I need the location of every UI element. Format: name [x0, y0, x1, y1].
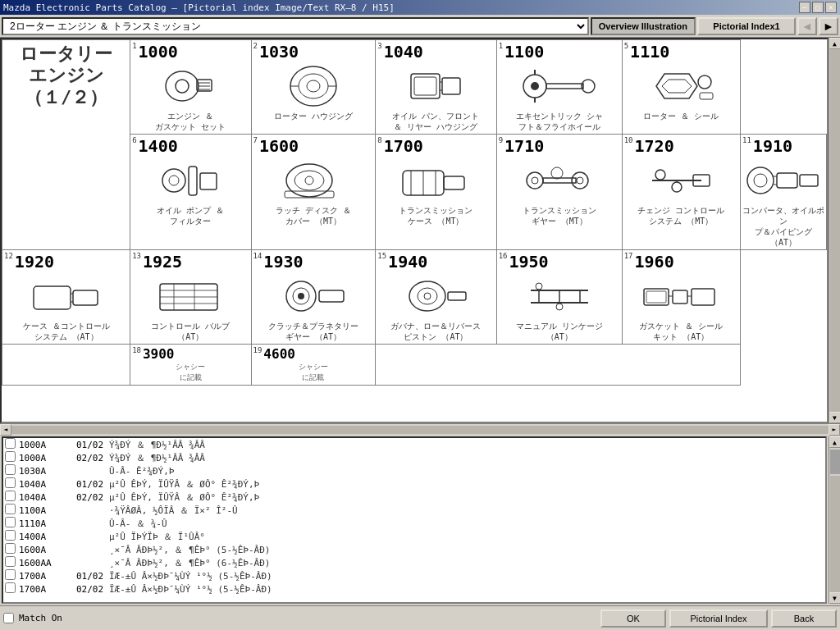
svg-point-30 [286, 164, 332, 197]
dropdown-bar: 2ローター エンジン ＆ トランスミッション [2, 17, 589, 35]
parts-grid: ロータリーエンジン（１/２） 11000 エンジン ＆ガスケット セット 210… [0, 38, 829, 423]
part-cell-1100[interactable]: 11100 エキセントリック シャフト＆フライホイール [496, 40, 622, 135]
list-vscroll-thumb[interactable] [830, 450, 840, 474]
pictorial-index-button[interactable]: Pictorial Index [669, 609, 768, 628]
part-category-select[interactable]: 2ローター エンジン ＆ トランスミッション [2, 17, 589, 35]
maximize-btn[interactable]: □ [812, 2, 824, 13]
list-item-page [75, 530, 107, 543]
svg-point-0 [166, 71, 199, 101]
list-item[interactable]: 1600A ¸×¯Â ÂÐÞ½², ＆ ¶ÊÞ° (5-½ÊÞ-ÂÐ) [3, 543, 825, 556]
part-cell-1920[interactable]: 121920 ケース ＆コントロールシステム （AT） [2, 250, 130, 345]
list-item[interactable]: 1000A 02/02 Ý¾ÐÝ ＆ ¶Ð½¹ÂÂ ¾ÂÂ [3, 451, 825, 464]
list-area[interactable]: 1000A 01/02 Ý¾ÐÝ ＆ ¶Ð½¹ÂÂ ¾ÂÂ 1000A 02/0… [2, 436, 827, 604]
svg-point-80 [556, 304, 563, 310]
nav-back-btn[interactable]: ◄ [797, 17, 817, 35]
part-icon-1100 [499, 62, 620, 111]
svg-rect-73 [448, 292, 466, 300]
toolbar: 2ローター エンジン ＆ トランスミッション Overview Illustra… [0, 15, 840, 38]
list-item-checkbox[interactable] [3, 530, 17, 543]
list-item-checkbox[interactable] [3, 477, 17, 491]
part-label-1720: チェンジ コントロールシステム （MT） [624, 205, 738, 226]
part-cell-3900[interactable]: 183900 シャシーに記載 [130, 345, 251, 386]
minimize-btn[interactable]: – [799, 2, 810, 13]
list-item-checkbox[interactable] [3, 517, 17, 530]
part-cell-1930[interactable]: 141930 クラッチ＆プラネタリーギヤー （AT） [251, 250, 376, 345]
part-cell-1030[interactable]: 21030 ローター ハウジング [251, 40, 376, 135]
svg-point-71 [418, 288, 437, 304]
svg-point-79 [536, 283, 542, 290]
list-item[interactable]: 1600AA ¸×¯Â ÂÐÞ½², ＆ ¶ÊÞ° (6-½ÊÞ-ÂÐ) [3, 556, 825, 569]
overview-illustration-btn[interactable]: Overview Illustration [591, 17, 696, 35]
part-cell-1000[interactable]: 11000 エンジン ＆ガスケット セット [130, 40, 251, 135]
list-item-desc: ¸×¯Â ÂÐÞ½², ＆ ¶ÊÞ° (5-½ÊÞ-ÂÐ) [107, 543, 825, 556]
list-item[interactable]: 1030A Û-Â- Ê²¾ÐÝ,Þ [3, 464, 825, 477]
part-label-1040: オイル パン、フロント＆ リヤー ハウジング [377, 111, 494, 132]
vscroll-up-btn[interactable]: ▲ [829, 38, 841, 49]
list-item-desc: ÏÆ-±Û Â×½ÐÞ¯¼ÙÝ ¹°½ (5-½ÊÞ-ÂÐ) [107, 569, 825, 582]
list-item-desc: Ý¾ÐÝ ＆ ¶Ð½¹ÂÂ ¾ÂÂ [107, 438, 825, 451]
hscroll-right-btn[interactable]: ► [829, 424, 840, 436]
list-item-checkbox[interactable] [3, 438, 17, 451]
list-item[interactable]: 1040A 01/02 µ²Û ÊÞÝ, ÏÛŸÂ ＆ ØÔ° Ê²¾ÐÝ,Þ [3, 477, 825, 491]
list-vscroll-track[interactable] [830, 476, 840, 592]
list-item-code: 1000A [17, 438, 75, 451]
part-cell-1040[interactable]: 31040 オイル パン、フロント＆ リヤー ハウジング [376, 40, 496, 135]
hscroll-bar[interactable]: ◄ ► [0, 423, 840, 435]
list-item-checkbox[interactable] [3, 582, 17, 596]
part-label-1920: ケース ＆コントロールシステム （AT） [4, 321, 128, 342]
list-item-code: 1110A [17, 517, 75, 530]
ok-button[interactable]: OK [600, 609, 666, 628]
pictorial-index-btn[interactable]: Pictorial Index1 [697, 17, 796, 35]
part-cell-1960[interactable]: 171960 ガスケット ＆ シールキット （AT） [622, 250, 740, 345]
svg-point-44 [551, 167, 563, 179]
part-cell-1400[interactable]: 61400 オイル ポンプ ＆フィルター [130, 135, 251, 250]
hscroll-track[interactable] [11, 426, 829, 434]
part-cell-1925[interactable]: 131925 コントロール バルブ（AT） [130, 250, 251, 345]
back-button[interactable]: Back [771, 609, 837, 628]
vscroll-down-btn[interactable]: ▼ [829, 412, 841, 423]
list-table: 1000A 01/02 Ý¾ÐÝ ＆ ¶Ð½¹ÂÂ ¾ÂÂ 1000A 02/0… [3, 438, 825, 596]
list-item-desc: ·¾ŸÂØÂ, ½ÔÏÂ ＆ Ï×² Î²-Û [107, 504, 825, 517]
list-vscroll-down-btn[interactable]: ▼ [829, 592, 841, 604]
list-item[interactable]: 1700A 01/02 ÏÆ-±Û Â×½ÐÞ¯¼ÙÝ ¹°½ (5-½ÊÞ-Â… [3, 569, 825, 582]
nav-forward-btn[interactable]: ► [819, 17, 838, 35]
part-cell-1720[interactable]: 101720 チェンジ コントロールシステム （MT） [622, 135, 740, 250]
list-item[interactable]: 1100A ·¾ŸÂØÂ, ½ÔÏÂ ＆ Ï×² Î²-Û [3, 504, 825, 517]
close-btn[interactable]: × [825, 2, 837, 13]
list-item[interactable]: 1110A Û-Â- ＆ ¾-Û [3, 517, 825, 530]
section-title: ロータリーエンジン（１/２） [6, 43, 126, 108]
list-vscroll-up-btn[interactable]: ▲ [829, 436, 841, 448]
list-item[interactable]: 1400A µ²Û ÏÞÝÏÞ ＆ Ï¹ÛÂ° [3, 530, 825, 543]
list-item-checkbox[interactable] [3, 556, 17, 569]
window-controls[interactable]: – □ × [799, 2, 837, 13]
part-cell-1710[interactable]: 91710 トランスミッションギヤー （MT） [496, 135, 622, 250]
list-item[interactable]: 1040A 02/02 µ²Û ÊÞÝ, ÏÛŸÂ ＆ ØÔ° Ê²¾ÐÝ,Þ [3, 491, 825, 504]
part-label-1100: エキセントリック シャフト＆フライホイール [499, 111, 620, 132]
part-cell-4600[interactable]: 194600 シャシーに記載 [251, 345, 376, 386]
list-item-code: 1040A [17, 491, 75, 504]
part-cell-1950[interactable]: 161950 マニュアル リンケージ（AT） [496, 250, 622, 345]
list-item-checkbox[interactable] [3, 543, 17, 556]
list-item-checkbox[interactable] [3, 569, 17, 582]
part-icon-1030 [253, 62, 374, 111]
list-item-checkbox[interactable] [3, 504, 17, 517]
svg-point-43 [577, 177, 583, 184]
grid-vscroll[interactable]: ▲ ▼ [829, 38, 840, 423]
match-on-checkbox[interactable] [3, 613, 14, 623]
list-vscroll[interactable]: ▲ ▼ [829, 436, 840, 604]
part-cell-1940[interactable]: 151940 ガバナ、ロー＆リバースピストン （AT） [376, 250, 496, 345]
svg-rect-57 [73, 290, 98, 305]
svg-rect-83 [673, 290, 687, 304]
svg-rect-52 [777, 173, 797, 188]
list-item[interactable]: 1700A 02/02 ÏÆ-±Û Â×½ÐÞ¯¼ÙÝ ¹°½ (5-½ÊÞ-Â… [3, 582, 825, 596]
vscroll-track[interactable] [830, 49, 840, 412]
list-item-checkbox[interactable] [3, 464, 17, 477]
part-cell-1600[interactable]: 71600 ラッチ ディスク ＆カバー （MT） [251, 135, 376, 250]
part-cell-1910[interactable]: 111910 コンバータ、オイルポンプ＆パイピング（AT） [741, 135, 827, 250]
part-cell-1110[interactable]: 51110 ローター ＆ シール [622, 40, 740, 135]
list-item-checkbox[interactable] [3, 491, 17, 504]
hscroll-left-btn[interactable]: ◄ [0, 424, 11, 436]
part-cell-1700[interactable]: 81700 トランスミッションケース （MT） [376, 135, 496, 250]
list-item-checkbox[interactable] [3, 451, 17, 464]
list-item[interactable]: 1000A 01/02 Ý¾ÐÝ ＆ ¶Ð½¹ÂÂ ¾ÂÂ [3, 438, 825, 451]
